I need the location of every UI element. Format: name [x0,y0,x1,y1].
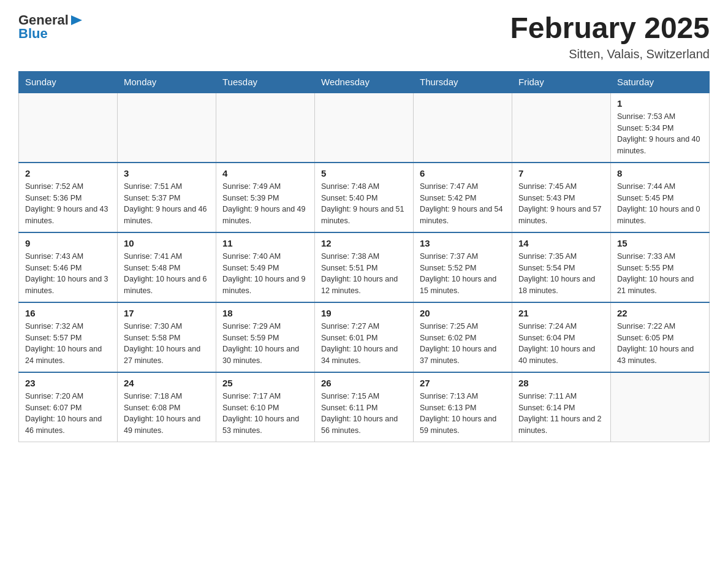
day-info: Sunrise: 7:51 AM Sunset: 5:37 PM Dayligh… [124,181,210,227]
day-info: Sunrise: 7:45 AM Sunset: 5:43 PM Dayligh… [518,181,604,227]
day-cell: 21Sunrise: 7:24 AM Sunset: 6:04 PM Dayli… [512,302,611,372]
day-cell: 9Sunrise: 7:43 AM Sunset: 5:46 PM Daylig… [19,232,118,302]
day-info: Sunrise: 7:43 AM Sunset: 5:46 PM Dayligh… [25,251,111,297]
logo-blue-text: Blue [18,26,48,42]
day-number: 19 [321,308,407,318]
logo-arrow-icon [71,15,82,25]
week-row-2: 2Sunrise: 7:52 AM Sunset: 5:36 PM Daylig… [19,163,710,232]
day-info: Sunrise: 7:30 AM Sunset: 5:58 PM Dayligh… [124,321,210,367]
day-cell: 8Sunrise: 7:44 AM Sunset: 5:45 PM Daylig… [611,163,710,232]
column-header-thursday: Thursday [414,71,512,93]
day-info: Sunrise: 7:33 AM Sunset: 5:55 PM Dayligh… [617,251,703,297]
day-info: Sunrise: 7:32 AM Sunset: 5:57 PM Dayligh… [25,321,111,367]
day-cell: 12Sunrise: 7:38 AM Sunset: 5:51 PM Dayli… [315,232,414,302]
day-cell [118,93,216,163]
day-cell: 28Sunrise: 7:11 AM Sunset: 6:14 PM Dayli… [512,372,611,442]
day-number: 4 [222,168,308,178]
location-text: Sitten, Valais, Switzerland [510,47,710,61]
day-info: Sunrise: 7:44 AM Sunset: 5:45 PM Dayligh… [617,181,703,227]
page-header: General Blue February 2025 Sitten, Valai… [18,12,710,61]
week-row-4: 16Sunrise: 7:32 AM Sunset: 5:57 PM Dayli… [19,302,710,372]
day-info: Sunrise: 7:24 AM Sunset: 6:04 PM Dayligh… [518,321,604,367]
column-header-monday: Monday [118,71,216,93]
day-info: Sunrise: 7:20 AM Sunset: 6:07 PM Dayligh… [25,391,111,437]
day-number: 17 [124,308,210,318]
day-info: Sunrise: 7:15 AM Sunset: 6:11 PM Dayligh… [321,391,407,437]
week-row-3: 9Sunrise: 7:43 AM Sunset: 5:46 PM Daylig… [19,232,710,302]
column-header-saturday: Saturday [611,71,710,93]
day-number: 3 [124,168,210,178]
day-cell: 10Sunrise: 7:41 AM Sunset: 5:48 PM Dayli… [118,232,216,302]
day-cell: 16Sunrise: 7:32 AM Sunset: 5:57 PM Dayli… [19,302,118,372]
day-info: Sunrise: 7:18 AM Sunset: 6:08 PM Dayligh… [124,391,210,437]
day-number: 21 [518,308,604,318]
day-cell: 24Sunrise: 7:18 AM Sunset: 6:08 PM Dayli… [118,372,216,442]
day-number: 12 [321,238,407,248]
calendar-table: SundayMondayTuesdayWednesdayThursdayFrid… [18,71,710,442]
day-info: Sunrise: 7:48 AM Sunset: 5:40 PM Dayligh… [321,181,407,227]
day-number: 26 [321,378,407,388]
column-header-sunday: Sunday [19,71,118,93]
day-cell [216,93,315,163]
week-row-1: 1Sunrise: 7:53 AM Sunset: 5:34 PM Daylig… [19,93,710,163]
day-cell: 25Sunrise: 7:17 AM Sunset: 6:10 PM Dayli… [216,372,315,442]
day-info: Sunrise: 7:53 AM Sunset: 5:34 PM Dayligh… [617,111,703,157]
day-cell: 26Sunrise: 7:15 AM Sunset: 6:11 PM Dayli… [315,372,414,442]
day-info: Sunrise: 7:13 AM Sunset: 6:13 PM Dayligh… [420,391,506,437]
svg-marker-0 [71,15,82,25]
day-number: 28 [518,378,604,388]
day-number: 14 [518,238,604,248]
day-info: Sunrise: 7:40 AM Sunset: 5:49 PM Dayligh… [222,251,308,297]
logo: General Blue [18,12,82,42]
day-info: Sunrise: 7:27 AM Sunset: 6:01 PM Dayligh… [321,321,407,367]
day-cell: 6Sunrise: 7:47 AM Sunset: 5:42 PM Daylig… [414,163,512,232]
day-info: Sunrise: 7:49 AM Sunset: 5:39 PM Dayligh… [222,181,308,227]
day-cell: 27Sunrise: 7:13 AM Sunset: 6:13 PM Dayli… [414,372,512,442]
day-number: 23 [25,378,111,388]
day-number: 15 [617,238,703,248]
day-number: 27 [420,378,506,388]
day-info: Sunrise: 7:47 AM Sunset: 5:42 PM Dayligh… [420,181,506,227]
day-number: 20 [420,308,506,318]
week-row-5: 23Sunrise: 7:20 AM Sunset: 6:07 PM Dayli… [19,372,710,442]
day-number: 22 [617,308,703,318]
day-number: 24 [124,378,210,388]
day-number: 6 [420,168,506,178]
day-cell: 22Sunrise: 7:22 AM Sunset: 6:05 PM Dayli… [611,302,710,372]
day-cell: 23Sunrise: 7:20 AM Sunset: 6:07 PM Dayli… [19,372,118,442]
day-info: Sunrise: 7:52 AM Sunset: 5:36 PM Dayligh… [25,181,111,227]
day-number: 1 [617,98,703,109]
day-cell: 1Sunrise: 7:53 AM Sunset: 5:34 PM Daylig… [611,93,710,163]
day-number: 25 [222,378,308,388]
day-cell: 17Sunrise: 7:30 AM Sunset: 5:58 PM Dayli… [118,302,216,372]
day-number: 2 [25,168,111,178]
day-info: Sunrise: 7:38 AM Sunset: 5:51 PM Dayligh… [321,251,407,297]
day-info: Sunrise: 7:11 AM Sunset: 6:14 PM Dayligh… [518,391,604,437]
day-info: Sunrise: 7:41 AM Sunset: 5:48 PM Dayligh… [124,251,210,297]
day-info: Sunrise: 7:29 AM Sunset: 5:59 PM Dayligh… [222,321,308,367]
column-header-wednesday: Wednesday [315,71,414,93]
calendar-header-row: SundayMondayTuesdayWednesdayThursdayFrid… [19,71,710,93]
day-number: 5 [321,168,407,178]
day-info: Sunrise: 7:25 AM Sunset: 6:02 PM Dayligh… [420,321,506,367]
day-cell: 18Sunrise: 7:29 AM Sunset: 5:59 PM Dayli… [216,302,315,372]
day-number: 8 [617,168,703,178]
day-cell: 11Sunrise: 7:40 AM Sunset: 5:49 PM Dayli… [216,232,315,302]
day-number: 11 [222,238,308,248]
day-cell [611,372,710,442]
day-cell: 5Sunrise: 7:48 AM Sunset: 5:40 PM Daylig… [315,163,414,232]
day-cell [19,93,118,163]
day-cell: 7Sunrise: 7:45 AM Sunset: 5:43 PM Daylig… [512,163,611,232]
day-cell: 20Sunrise: 7:25 AM Sunset: 6:02 PM Dayli… [414,302,512,372]
day-cell [512,93,611,163]
day-number: 16 [25,308,111,318]
day-cell: 19Sunrise: 7:27 AM Sunset: 6:01 PM Dayli… [315,302,414,372]
day-cell: 15Sunrise: 7:33 AM Sunset: 5:55 PM Dayli… [611,232,710,302]
month-title: February 2025 [510,12,710,45]
day-cell [315,93,414,163]
column-header-tuesday: Tuesday [216,71,315,93]
day-cell: 14Sunrise: 7:35 AM Sunset: 5:54 PM Dayli… [512,232,611,302]
header-right: February 2025 Sitten, Valais, Switzerlan… [510,12,710,61]
day-cell: 3Sunrise: 7:51 AM Sunset: 5:37 PM Daylig… [118,163,216,232]
day-cell: 13Sunrise: 7:37 AM Sunset: 5:52 PM Dayli… [414,232,512,302]
